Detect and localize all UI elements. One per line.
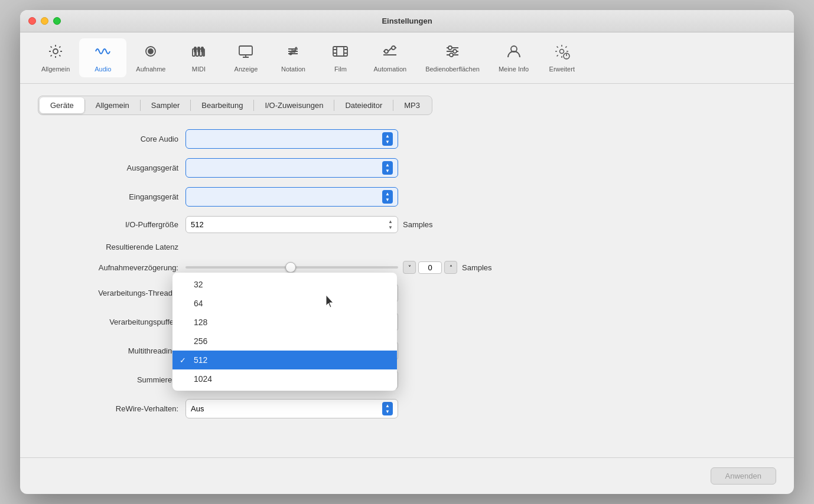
label-rewire-verhalten: ReWire-Verhalten: <box>38 404 185 413</box>
tab-dateieditor[interactable]: Dateieditor <box>334 97 393 113</box>
stepper-up-aus: ▲ <box>385 162 390 168</box>
label-core-audio: Core Audio <box>38 135 185 143</box>
select-io-puffergroesse[interactable]: 512 ▲ ▼ <box>185 216 398 233</box>
select-eingangsgeraet[interactable]: ▲ ▼ <box>185 187 398 207</box>
toolbar-item-audio[interactable]: Audio <box>79 38 126 77</box>
toolbar-label-bedieno: Bedienoberflächen <box>425 66 480 73</box>
stepper-up-core: ▲ <box>385 133 390 139</box>
svg-point-39 <box>450 53 453 57</box>
aufnahme-slider-thumb[interactable] <box>285 262 296 273</box>
toolbar: Allgemein Audio Aufnahme <box>20 32 794 84</box>
window-controls <box>28 17 61 25</box>
aufnahme-value[interactable]: 0 <box>418 261 442 274</box>
svg-rect-21 <box>333 47 347 56</box>
stepper-up-rewire: ▲ <box>385 403 390 408</box>
stepper-core-audio[interactable]: ▲ ▼ <box>382 132 393 146</box>
person-icon <box>506 43 522 63</box>
option-label-512: 512 <box>194 355 207 365</box>
toolbar-label-notation: Notation <box>281 66 305 73</box>
notation-icon <box>285 43 301 63</box>
slider-container <box>185 266 398 269</box>
toolbar-label-film: Film <box>334 66 347 73</box>
stepper-down-io: ▼ <box>388 225 393 230</box>
stepper-up-ein: ▲ <box>385 191 390 197</box>
automation-icon <box>382 43 398 63</box>
value-rewire-verhalten: Aus ▲ ▼ <box>185 399 776 418</box>
svg-line-30 <box>388 48 392 51</box>
stepper-ausgangsgeraet[interactable]: ▲ ▼ <box>382 161 393 175</box>
toolbar-item-bedieno[interactable]: Bedienoberflächen <box>416 38 489 77</box>
aufnahme-decrement[interactable]: ˅ <box>403 261 416 274</box>
maximize-button[interactable] <box>53 17 61 25</box>
window-title: Einstellungen <box>382 17 432 25</box>
content-area: Geräte Allgemein Sampler Bearbeitung I/O… <box>20 84 794 457</box>
toolbar-item-meineinfo[interactable]: Meine Info <box>489 38 538 77</box>
select-core-audio[interactable]: ▲ ▼ <box>185 129 398 149</box>
toolbar-item-midi[interactable]: MIDI <box>175 38 222 77</box>
audio-wave-icon <box>95 43 111 63</box>
toolbar-label-midi: MIDI <box>192 66 206 73</box>
tab-bearbeitung[interactable]: Bearbeitung <box>191 97 253 113</box>
select-rewire-value: Aus <box>191 404 204 413</box>
bottom-bar: Anwenden <box>20 457 794 494</box>
tabs-bar: Geräte Allgemein Sampler Bearbeitung I/O… <box>38 96 432 115</box>
label-resultierende-latenz: Resultierende Latenz <box>38 243 185 251</box>
toolbar-item-allgemein[interactable]: Allgemein <box>32 38 79 77</box>
record-icon <box>142 43 159 63</box>
toolbar-item-film[interactable]: Film <box>317 38 364 77</box>
stepper-eingangsgeraet[interactable]: ▲ ▼ <box>382 190 393 204</box>
label-verarbeitungspuffer: Verarbeitungspuffer: <box>38 318 185 326</box>
dropdown-option-32[interactable]: 32 <box>172 275 397 294</box>
toolbar-item-notation[interactable]: Notation <box>269 38 317 77</box>
dropdown-option-128[interactable]: 128 <box>172 313 397 332</box>
dropdown-option-512[interactable]: ✓ 512 <box>172 351 397 369</box>
tab-allgemein[interactable]: Allgemein <box>85 97 140 113</box>
dropdown-option-64[interactable]: 64 <box>172 294 397 313</box>
dropdown-option-256[interactable]: 256 <box>172 332 397 351</box>
aufnahme-slider-track[interactable] <box>185 266 398 269</box>
aufnahme-increment[interactable]: ˄ <box>444 261 457 274</box>
label-io-puffergroesse: I/O-Puffergröße <box>38 220 185 229</box>
tab-sampler[interactable]: Sampler <box>141 97 190 113</box>
minimize-button[interactable] <box>41 17 48 25</box>
tab-geraete[interactable]: Geräte <box>40 97 84 113</box>
label-aufnahmeverzoegerung: Aufnahmeverzögerung: <box>38 263 185 272</box>
toolbar-item-erweitert[interactable]: Erweitert <box>538 38 585 77</box>
svg-point-29 <box>392 46 395 50</box>
settings-grid: Core Audio ▲ ▼ Ausgangsgerät ▲ ▼ <box>38 129 776 418</box>
toolbar-item-aufnahme[interactable]: Aufnahme <box>126 38 175 77</box>
close-button[interactable] <box>28 17 36 25</box>
label-verarbeitungs-threads: Verarbeitungs-Threads: <box>38 289 185 297</box>
toolbar-label-anzeige: Anzeige <box>235 66 258 73</box>
option-label-1024: 1024 <box>194 374 212 384</box>
option-label-32: 32 <box>194 280 203 289</box>
select-ausgangsgeraet[interactable]: ▲ ▼ <box>185 158 398 178</box>
toolbar-item-anzeige[interactable]: Anzeige <box>222 38 269 77</box>
check-mark-icon: ✓ <box>180 356 186 365</box>
svg-point-38 <box>453 50 457 53</box>
display-icon <box>237 43 254 63</box>
svg-point-28 <box>385 50 388 53</box>
option-label-64: 64 <box>194 299 203 308</box>
label-eingangsgeraet: Eingangsgerät <box>38 192 185 201</box>
stepper-rewire[interactable]: ▲ ▼ <box>382 402 393 415</box>
select-rewire-verhalten[interactable]: Aus ▲ ▼ <box>185 399 398 418</box>
dropdown-option-1024[interactable]: 1024 <box>172 369 397 388</box>
stepper-io-puffergroesse[interactable]: ▲ ▼ <box>388 219 393 230</box>
toolbar-item-automation[interactable]: Automation <box>364 38 416 77</box>
stepper-down-rewire: ▼ <box>385 409 390 414</box>
stepper-down-core: ▼ <box>385 139 390 145</box>
tab-mp3[interactable]: MP3 <box>393 97 431 113</box>
main-window: Einstellungen Allgemein Audio <box>20 10 794 494</box>
svg-point-41 <box>560 50 564 54</box>
toolbar-label-aufnahme: Aufnahme <box>136 66 165 73</box>
samples-label-aufnahme: Samples <box>462 263 492 272</box>
select-io-puffergroesse-value: 512 <box>191 220 204 229</box>
label-summieren: Summieren: <box>38 375 185 384</box>
apply-button[interactable]: Anwenden <box>711 467 776 485</box>
svg-point-2 <box>148 49 153 54</box>
svg-line-20 <box>296 47 298 48</box>
label-ausgangsgeraet: Ausgangsgerät <box>38 163 185 172</box>
svg-point-0 <box>53 49 58 54</box>
tab-io-zuweisungen[interactable]: I/O-Zuweisungen <box>254 97 334 113</box>
